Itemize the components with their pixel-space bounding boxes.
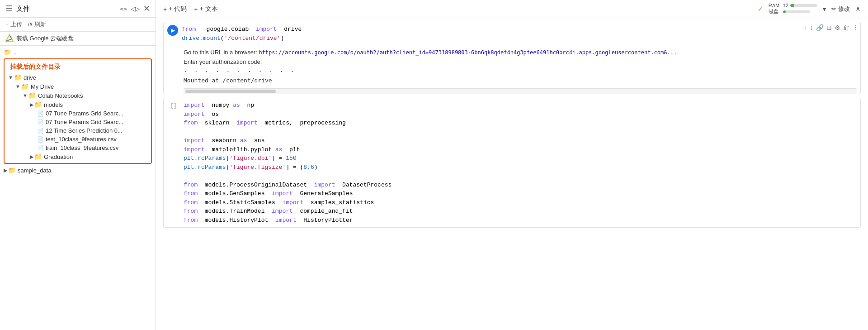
add-text-label: + 文本: [199, 5, 217, 13]
settings-icon[interactable]: ⚙: [835, 24, 840, 31]
cell-1-code[interactable]: from google.colab import drive drive.mou…: [182, 25, 857, 43]
more-icon[interactable]: ⋮: [852, 24, 859, 31]
scrollbar-thumb-1: [185, 90, 276, 93]
link-icon[interactable]: 🔗: [816, 24, 824, 31]
tree-item-file5[interactable]: 📄 train_10class_9features.csv: [5, 143, 151, 152]
code-brackets-icon[interactable]: <>: [120, 5, 127, 12]
tree-label-models: models: [44, 101, 63, 108]
ram-row: RAM 12: [769, 3, 817, 8]
ram-progress-fill: [790, 4, 794, 7]
cell-1-scrollbar[interactable]: [184, 88, 857, 94]
nav-arrows-icon[interactable]: ◁▷: [131, 5, 140, 12]
tree-label-sample: sample_data: [18, 167, 51, 174]
sidebar-header: ☰ 文件 <> ◁▷ ✕: [0, 0, 156, 18]
ram-label: RAM: [769, 3, 781, 8]
chevron-down-icon-colab: ▼: [23, 93, 28, 98]
tree-item-dotdot[interactable]: 📁 ..: [0, 48, 156, 57]
tree-item-file3[interactable]: 📄 12 Time Series Prediction 0...: [5, 126, 151, 135]
refresh-button[interactable]: ↺ 刷新: [28, 20, 46, 29]
file-icon-2: 📄: [37, 119, 44, 125]
tree-label-file1: 07 Tune Params Grid Searc...: [46, 110, 123, 117]
tree-label-file3: 12 Time Series Prediction 0...: [46, 127, 123, 134]
tree-item-sample-data[interactable]: ▶ 📁 sample_data: [0, 166, 156, 175]
hamburger-icon[interactable]: ☰: [5, 4, 13, 14]
edit-button[interactable]: ✏ 修改: [831, 5, 850, 13]
tree-label-colab: Colab Notebooks: [38, 92, 83, 99]
main-area: + + 代码 + + 文本 ✓ RAM 12 磁盘: [156, 0, 868, 330]
move-up-icon[interactable]: ↑: [804, 24, 807, 31]
tree-item-mydrive[interactable]: ▼ 📁 My Drive: [5, 82, 151, 91]
mount-drive-button[interactable]: 装载 Google 云端硬盘: [0, 32, 156, 46]
collapse-icon[interactable]: ∧: [855, 5, 861, 13]
google-drive-icon: [5, 34, 14, 43]
tree-item-file1[interactable]: 📄 07 Tune Params Grid Searc...: [5, 109, 151, 118]
tree-item-colab-notebooks[interactable]: ▼ 📁 Colab Notebooks: [5, 91, 151, 100]
plus-code-icon: +: [163, 5, 167, 13]
sidebar-actions: ↑ 上传 ↺ 刷新: [0, 18, 156, 32]
cell-2-run-area: [ ] import numpy as np import os from sk…: [164, 98, 860, 227]
tree-label-file2: 07 Tune Params Grid Searc...: [46, 119, 123, 125]
cell-1: ↑ ↓ 🔗 ⊡ ⚙ 🗑 ⋮ ▶ from google.colab import…: [163, 22, 861, 94]
copy-cell-icon[interactable]: ⊡: [826, 24, 832, 31]
drive-tree-border: 挂载后的文件目录 ▼ 📁 drive ▼ 📁 My Drive ▼ 📁 Cola…: [4, 58, 152, 164]
file-icon-5: 📄: [37, 145, 44, 151]
pencil-icon: ✏: [831, 5, 836, 12]
upload-label: 上传: [10, 20, 22, 29]
tree-item-file2[interactable]: 📄 07 Tune Params Grid Searc...: [5, 118, 151, 126]
run-button-1[interactable]: ▶: [167, 25, 178, 36]
cell-1-run-area: ▶ from google.colab import drive drive.m…: [164, 22, 860, 45]
toolbar-right: ✓ RAM 12 磁盘 ▾ ✏ 修改: [758, 3, 861, 15]
tree-item-file4[interactable]: 📄 test_10class_9features.csv: [5, 135, 151, 143]
chevron-right-icon-graduation: ▶: [30, 154, 33, 160]
tree-label-dotdot: ..: [13, 49, 16, 56]
tree-label-file4: test_10class_9features.csv: [46, 136, 117, 143]
cell-1-toolbar: ↑ ↓ 🔗 ⊡ ⚙ 🗑 ⋮: [804, 24, 859, 31]
edit-label: 修改: [838, 5, 850, 13]
cell-1-output: Go to this URL in a browser: https://acc…: [164, 45, 860, 88]
folder-icon: 📁: [4, 48, 11, 56]
refresh-label: 刷新: [34, 20, 46, 29]
folder-icon-colab: 📁: [28, 92, 36, 99]
tree-item-graduation[interactable]: ▶ 📁 Graduation: [5, 152, 151, 161]
close-icon[interactable]: ✕: [143, 4, 150, 14]
upload-button[interactable]: ↑ 上传: [5, 20, 22, 29]
output-auth-prompt: Enter your authorization code:: [184, 57, 857, 67]
dropdown-arrow-icon[interactable]: ▾: [823, 5, 826, 13]
file-tree: 📁 .. 挂载后的文件目录 ▼ 📁 drive ▼ 📁 My Drive ▼: [0, 46, 156, 330]
ram-disk-info: RAM 12 磁盘: [769, 3, 817, 15]
cell-2-code[interactable]: import numpy as np import os from sklear…: [184, 101, 857, 225]
tree-item-drive[interactable]: ▼ 📁 drive: [5, 73, 151, 82]
file-icon-4: 📄: [37, 136, 44, 143]
top-toolbar: + + 代码 + + 文本 ✓ RAM 12 磁盘: [156, 0, 868, 18]
run-icon-1: ▶: [171, 27, 175, 33]
tree-item-models[interactable]: ▶ 📁 models: [5, 100, 151, 109]
output-url-line: Go to this URL in a browser: https://acc…: [184, 48, 857, 57]
disk-row: 磁盘: [769, 8, 817, 15]
chevron-down-icon-mydrive: ▼: [15, 84, 20, 89]
highlighted-label: 挂载后的文件目录: [5, 61, 151, 73]
file-icon-1: 📄: [37, 110, 44, 117]
disk-progress-fill: [783, 10, 786, 13]
svg-line-1: [9, 35, 12, 39]
cell-2: [ ] import numpy as np import os from sk…: [163, 98, 861, 228]
output-url-link[interactable]: https://accounts.google.com/o/oauth2/aut…: [259, 49, 677, 56]
add-text-button[interactable]: + + 文本: [194, 5, 217, 13]
add-code-button[interactable]: + + 代码: [163, 5, 187, 13]
folder-icon-sample: 📁: [8, 167, 16, 174]
disk-progress-bar: [783, 10, 810, 13]
delete-icon[interactable]: 🗑: [843, 24, 849, 31]
upload-icon: ↑: [5, 21, 9, 28]
cell-2-bracket: [ ]: [167, 101, 180, 109]
toolbar-left: + + 代码 + + 文本: [163, 5, 218, 13]
plus-text-icon: +: [194, 5, 198, 13]
disk-label: 磁盘: [769, 8, 781, 15]
folder-icon-models: 📁: [34, 101, 42, 108]
sidebar-title: 文件: [16, 5, 116, 13]
notebook-content: ↑ ↓ 🔗 ⊡ ⚙ 🗑 ⋮ ▶ from google.colab import…: [156, 18, 868, 330]
refresh-icon: ↺: [28, 21, 33, 28]
output-url-prefix: Go to this URL in a browser:: [184, 49, 259, 56]
output-mounted: Mounted at /content/drive: [184, 76, 857, 86]
tree-label-file5: train_10class_9features.csv: [46, 144, 118, 151]
move-down-icon[interactable]: ↓: [810, 24, 813, 31]
chevron-down-icon: ▼: [8, 75, 13, 80]
